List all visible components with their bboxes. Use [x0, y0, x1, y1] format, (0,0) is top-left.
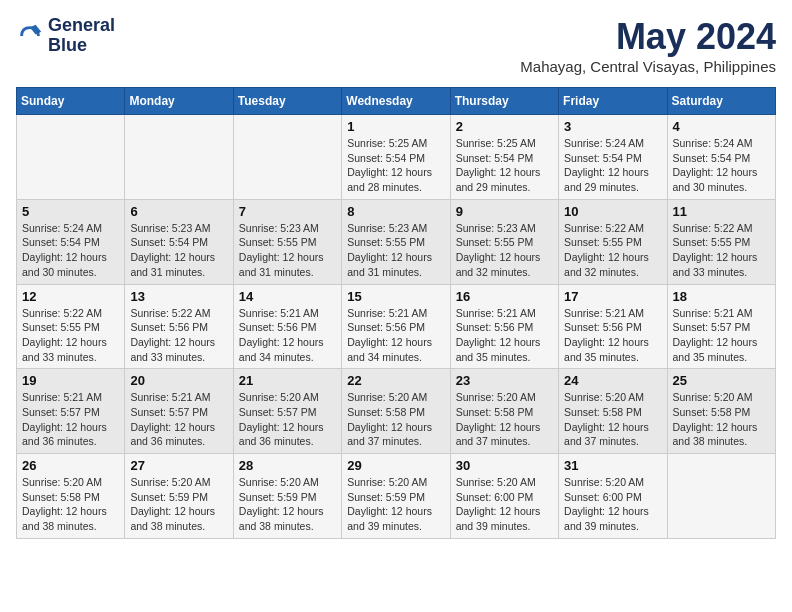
day-info: Sunrise: 5:23 AM Sunset: 5:55 PM Dayligh… [347, 221, 444, 280]
day-info: Sunrise: 5:20 AM Sunset: 5:58 PM Dayligh… [564, 390, 661, 449]
calendar-cell: 23Sunrise: 5:20 AM Sunset: 5:58 PM Dayli… [450, 369, 558, 454]
logo: General Blue [16, 16, 115, 56]
calendar-cell [233, 115, 341, 200]
header: General Blue May 2024 Mahayag, Central V… [16, 16, 776, 75]
day-number: 23 [456, 373, 553, 388]
day-info: Sunrise: 5:24 AM Sunset: 5:54 PM Dayligh… [564, 136, 661, 195]
day-number: 17 [564, 289, 661, 304]
day-info: Sunrise: 5:22 AM Sunset: 5:55 PM Dayligh… [22, 306, 119, 365]
week-row: 1Sunrise: 5:25 AM Sunset: 5:54 PM Daylig… [17, 115, 776, 200]
day-info: Sunrise: 5:21 AM Sunset: 5:57 PM Dayligh… [22, 390, 119, 449]
calendar-cell: 29Sunrise: 5:20 AM Sunset: 5:59 PM Dayli… [342, 454, 450, 539]
calendar-cell: 24Sunrise: 5:20 AM Sunset: 5:58 PM Dayli… [559, 369, 667, 454]
day-info: Sunrise: 5:21 AM Sunset: 5:56 PM Dayligh… [347, 306, 444, 365]
week-row: 5Sunrise: 5:24 AM Sunset: 5:54 PM Daylig… [17, 199, 776, 284]
column-header-saturday: Saturday [667, 88, 775, 115]
day-number: 11 [673, 204, 770, 219]
day-number: 9 [456, 204, 553, 219]
day-info: Sunrise: 5:20 AM Sunset: 6:00 PM Dayligh… [564, 475, 661, 534]
day-info: Sunrise: 5:22 AM Sunset: 5:56 PM Dayligh… [130, 306, 227, 365]
day-info: Sunrise: 5:25 AM Sunset: 5:54 PM Dayligh… [347, 136, 444, 195]
day-number: 25 [673, 373, 770, 388]
calendar-cell: 26Sunrise: 5:20 AM Sunset: 5:58 PM Dayli… [17, 454, 125, 539]
calendar-cell: 8Sunrise: 5:23 AM Sunset: 5:55 PM Daylig… [342, 199, 450, 284]
day-info: Sunrise: 5:25 AM Sunset: 5:54 PM Dayligh… [456, 136, 553, 195]
week-row: 12Sunrise: 5:22 AM Sunset: 5:55 PM Dayli… [17, 284, 776, 369]
main-title: May 2024 [520, 16, 776, 58]
day-info: Sunrise: 5:20 AM Sunset: 5:58 PM Dayligh… [456, 390, 553, 449]
calendar-cell: 15Sunrise: 5:21 AM Sunset: 5:56 PM Dayli… [342, 284, 450, 369]
day-number: 8 [347, 204, 444, 219]
calendar-cell: 4Sunrise: 5:24 AM Sunset: 5:54 PM Daylig… [667, 115, 775, 200]
day-number: 1 [347, 119, 444, 134]
calendar-cell [125, 115, 233, 200]
calendar-cell: 6Sunrise: 5:23 AM Sunset: 5:54 PM Daylig… [125, 199, 233, 284]
day-number: 3 [564, 119, 661, 134]
column-header-monday: Monday [125, 88, 233, 115]
day-number: 21 [239, 373, 336, 388]
day-info: Sunrise: 5:24 AM Sunset: 5:54 PM Dayligh… [673, 136, 770, 195]
day-number: 5 [22, 204, 119, 219]
calendar-cell [17, 115, 125, 200]
calendar-cell: 25Sunrise: 5:20 AM Sunset: 5:58 PM Dayli… [667, 369, 775, 454]
day-number: 24 [564, 373, 661, 388]
day-info: Sunrise: 5:20 AM Sunset: 5:57 PM Dayligh… [239, 390, 336, 449]
calendar-cell: 3Sunrise: 5:24 AM Sunset: 5:54 PM Daylig… [559, 115, 667, 200]
week-row: 19Sunrise: 5:21 AM Sunset: 5:57 PM Dayli… [17, 369, 776, 454]
calendar-cell [667, 454, 775, 539]
column-header-thursday: Thursday [450, 88, 558, 115]
day-number: 7 [239, 204, 336, 219]
day-number: 19 [22, 373, 119, 388]
calendar-cell: 11Sunrise: 5:22 AM Sunset: 5:55 PM Dayli… [667, 199, 775, 284]
column-header-tuesday: Tuesday [233, 88, 341, 115]
day-info: Sunrise: 5:21 AM Sunset: 5:57 PM Dayligh… [673, 306, 770, 365]
calendar-cell: 20Sunrise: 5:21 AM Sunset: 5:57 PM Dayli… [125, 369, 233, 454]
day-info: Sunrise: 5:23 AM Sunset: 5:55 PM Dayligh… [239, 221, 336, 280]
calendar-cell: 31Sunrise: 5:20 AM Sunset: 6:00 PM Dayli… [559, 454, 667, 539]
day-info: Sunrise: 5:20 AM Sunset: 5:58 PM Dayligh… [22, 475, 119, 534]
calendar-cell: 13Sunrise: 5:22 AM Sunset: 5:56 PM Dayli… [125, 284, 233, 369]
subtitle: Mahayag, Central Visayas, Philippines [520, 58, 776, 75]
day-info: Sunrise: 5:23 AM Sunset: 5:54 PM Dayligh… [130, 221, 227, 280]
day-number: 10 [564, 204, 661, 219]
calendar-cell: 5Sunrise: 5:24 AM Sunset: 5:54 PM Daylig… [17, 199, 125, 284]
day-info: Sunrise: 5:20 AM Sunset: 5:58 PM Dayligh… [347, 390, 444, 449]
week-row: 26Sunrise: 5:20 AM Sunset: 5:58 PM Dayli… [17, 454, 776, 539]
day-info: Sunrise: 5:23 AM Sunset: 5:55 PM Dayligh… [456, 221, 553, 280]
column-header-friday: Friday [559, 88, 667, 115]
logo-text: General Blue [48, 16, 115, 56]
day-number: 22 [347, 373, 444, 388]
calendar-cell: 30Sunrise: 5:20 AM Sunset: 6:00 PM Dayli… [450, 454, 558, 539]
day-number: 29 [347, 458, 444, 473]
calendar-cell: 28Sunrise: 5:20 AM Sunset: 5:59 PM Dayli… [233, 454, 341, 539]
day-info: Sunrise: 5:21 AM Sunset: 5:56 PM Dayligh… [564, 306, 661, 365]
day-info: Sunrise: 5:20 AM Sunset: 5:59 PM Dayligh… [130, 475, 227, 534]
day-number: 28 [239, 458, 336, 473]
day-info: Sunrise: 5:20 AM Sunset: 5:59 PM Dayligh… [239, 475, 336, 534]
day-number: 26 [22, 458, 119, 473]
title-area: May 2024 Mahayag, Central Visayas, Phili… [520, 16, 776, 75]
day-number: 15 [347, 289, 444, 304]
calendar-cell: 21Sunrise: 5:20 AM Sunset: 5:57 PM Dayli… [233, 369, 341, 454]
day-number: 4 [673, 119, 770, 134]
calendar-cell: 2Sunrise: 5:25 AM Sunset: 5:54 PM Daylig… [450, 115, 558, 200]
day-number: 20 [130, 373, 227, 388]
day-info: Sunrise: 5:22 AM Sunset: 5:55 PM Dayligh… [564, 221, 661, 280]
calendar-cell: 12Sunrise: 5:22 AM Sunset: 5:55 PM Dayli… [17, 284, 125, 369]
day-info: Sunrise: 5:20 AM Sunset: 6:00 PM Dayligh… [456, 475, 553, 534]
day-info: Sunrise: 5:20 AM Sunset: 5:58 PM Dayligh… [673, 390, 770, 449]
calendar: SundayMondayTuesdayWednesdayThursdayFrid… [16, 87, 776, 539]
day-info: Sunrise: 5:21 AM Sunset: 5:57 PM Dayligh… [130, 390, 227, 449]
calendar-cell: 7Sunrise: 5:23 AM Sunset: 5:55 PM Daylig… [233, 199, 341, 284]
day-number: 16 [456, 289, 553, 304]
day-number: 12 [22, 289, 119, 304]
calendar-cell: 14Sunrise: 5:21 AM Sunset: 5:56 PM Dayli… [233, 284, 341, 369]
day-number: 13 [130, 289, 227, 304]
calendar-cell: 1Sunrise: 5:25 AM Sunset: 5:54 PM Daylig… [342, 115, 450, 200]
day-number: 31 [564, 458, 661, 473]
column-header-sunday: Sunday [17, 88, 125, 115]
calendar-cell: 9Sunrise: 5:23 AM Sunset: 5:55 PM Daylig… [450, 199, 558, 284]
calendar-cell: 17Sunrise: 5:21 AM Sunset: 5:56 PM Dayli… [559, 284, 667, 369]
calendar-cell: 18Sunrise: 5:21 AM Sunset: 5:57 PM Dayli… [667, 284, 775, 369]
day-number: 18 [673, 289, 770, 304]
